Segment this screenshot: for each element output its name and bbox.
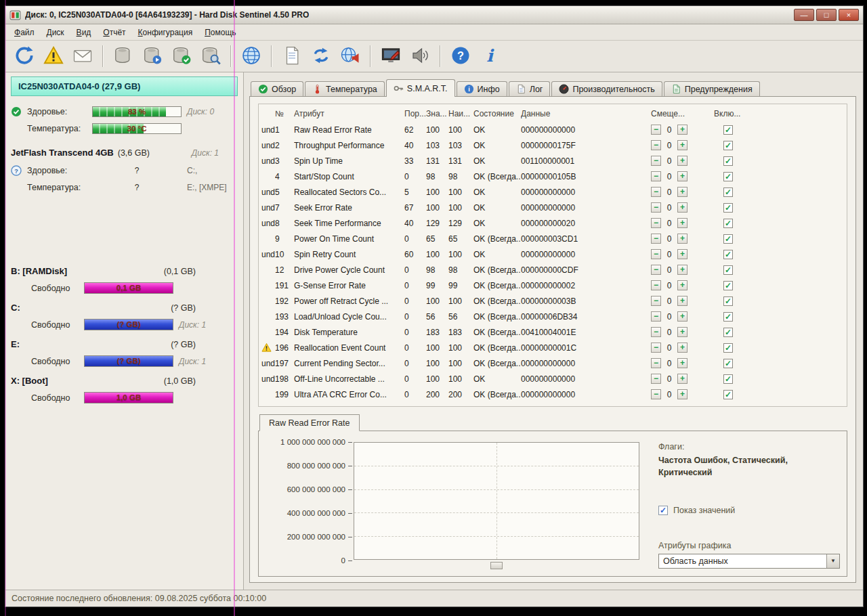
offset-plus-button[interactable]: +: [677, 296, 688, 306]
offset-spinner[interactable]: −0+: [651, 187, 714, 197]
smart-attribute-row[interactable]: 4Start/Stop Count09898OK (Всегда...00000…: [261, 169, 844, 184]
tab-info[interactable]: iИнфо: [457, 81, 507, 96]
offset-plus-button[interactable]: +: [677, 171, 688, 181]
enabled-checkbox[interactable]: ✓: [723, 343, 733, 353]
offset-minus-button[interactable]: −: [651, 156, 661, 166]
minimize-button[interactable]: —: [794, 9, 814, 21]
offset-spinner[interactable]: −0+: [651, 218, 714, 228]
offset-minus-button[interactable]: −: [651, 187, 661, 197]
menu-file[interactable]: Файл: [8, 26, 41, 39]
offset-plus-button[interactable]: +: [677, 249, 688, 259]
smart-attribute-row[interactable]: undefined8Seek Time Performance40129129O…: [261, 215, 844, 231]
toolbar-globe-button[interactable]: [238, 43, 265, 70]
smart-attribute-row[interactable]: undefined7Seek Error Rate67100100OK00000…: [261, 200, 844, 215]
offset-spinner[interactable]: −0+: [651, 265, 714, 275]
toolbar-disk-check-button[interactable]: [168, 43, 195, 70]
enabled-checkbox[interactable]: ✓: [723, 141, 733, 150]
enabled-checkbox[interactable]: ✓: [723, 172, 733, 181]
smart-attribute-row[interactable]: 191G-Sense Error Rate09999OK (Всегда...0…: [261, 278, 844, 293]
offset-minus-button[interactable]: −: [651, 280, 661, 290]
offset-spinner[interactable]: −0+: [651, 389, 714, 399]
offset-plus-button[interactable]: +: [677, 311, 688, 322]
volume-item[interactable]: C:(? GB)Свободно(? GB)Диск: 1: [11, 297, 238, 334]
offset-spinner[interactable]: −0+: [651, 327, 714, 337]
smart-attribute-row[interactable]: undefined198Off-Line Uncorrectable ...01…: [261, 371, 844, 387]
toolbar-info-button[interactable]: i: [476, 43, 503, 70]
smart-attribute-row[interactable]: 192Power off Retract Cycle ...0100100OK …: [261, 293, 844, 309]
offset-minus-button[interactable]: −: [651, 327, 661, 337]
offset-plus-button[interactable]: +: [677, 140, 688, 150]
smart-attribute-row[interactable]: 193Load/Unload Cycle Cou...05656OK (Всег…: [261, 309, 844, 324]
toolbar-disk-plain-button[interactable]: [110, 43, 137, 70]
menu-disk[interactable]: Диск: [41, 26, 70, 39]
disk0-header[interactable]: IC25N030ATDA04-0 (27,9 GB): [11, 76, 238, 96]
scrollbar-thumb[interactable]: [490, 562, 503, 569]
tab-temperature[interactable]: Температура: [305, 81, 385, 96]
show-values-checkbox[interactable]: ✓: [658, 506, 668, 515]
smart-attribute-row[interactable]: undefined5Reallocated Sectors Co...51001…: [261, 184, 844, 200]
offset-spinner[interactable]: −0+: [651, 280, 714, 290]
smart-attribute-row[interactable]: undefined10Spin Retry Count60100100OK000…: [261, 246, 844, 262]
offset-plus-button[interactable]: +: [677, 187, 688, 197]
offset-minus-button[interactable]: −: [651, 218, 661, 228]
close-button[interactable]: ×: [839, 9, 859, 21]
offset-minus-button[interactable]: −: [651, 140, 661, 150]
offset-spinner[interactable]: −0+: [651, 156, 714, 166]
offset-spinner[interactable]: −0+: [651, 296, 714, 306]
smart-attribute-row[interactable]: undefined3Spin Up Time33131131OK00110000…: [261, 153, 844, 169]
offset-plus-button[interactable]: +: [677, 202, 688, 213]
chart-scrollbar[interactable]: [354, 562, 639, 571]
offset-plus-button[interactable]: +: [677, 358, 688, 368]
offset-minus-button[interactable]: −: [651, 125, 661, 135]
offset-plus-button[interactable]: +: [677, 374, 688, 384]
offset-plus-button[interactable]: +: [677, 234, 688, 244]
volume-item[interactable]: B: [RAMDisk](0,1 GB)Свободно0,1 GB: [11, 261, 238, 297]
offset-plus-button[interactable]: +: [677, 327, 688, 337]
toolbar-help-button[interactable]: ?: [447, 43, 474, 70]
enabled-checkbox[interactable]: ✓: [723, 188, 733, 197]
volume-item[interactable]: X: [Boot](1,0 GB)Свободно1,0 GB: [11, 370, 238, 407]
offset-minus-button[interactable]: −: [651, 265, 661, 275]
enabled-checkbox[interactable]: ✓: [723, 328, 733, 337]
offset-plus-button[interactable]: +: [677, 265, 688, 275]
enabled-checkbox[interactable]: ✓: [723, 219, 733, 228]
offset-plus-button[interactable]: +: [677, 125, 688, 135]
graph-attributes-dropdown[interactable]: Область данных ▼: [658, 554, 840, 569]
disk1-header[interactable]: JetFlash Transcend 4GB (3,6 GB) Диск: 1: [11, 148, 238, 158]
enabled-checkbox[interactable]: ✓: [723, 156, 733, 166]
offset-spinner[interactable]: −0+: [651, 311, 714, 322]
enabled-checkbox[interactable]: ✓: [723, 359, 733, 368]
tab-smart[interactable]: S.M.A.R.T.: [386, 79, 455, 97]
menu-view[interactable]: Вид: [70, 26, 98, 39]
offset-plus-button[interactable]: +: [677, 156, 688, 166]
offset-spinner[interactable]: −0+: [651, 358, 714, 368]
offset-spinner[interactable]: −0+: [651, 202, 714, 213]
smart-attribute-row[interactable]: undefined2Throughput Performance40103103…: [261, 137, 844, 153]
offset-minus-button[interactable]: −: [651, 343, 661, 353]
title-bar[interactable]: Диск: 0, IC25N030ATDA04-0 [64A64193239] …: [5, 6, 863, 24]
enabled-checkbox[interactable]: ✓: [723, 281, 733, 290]
chevron-down-icon[interactable]: ▼: [826, 554, 839, 568]
offset-minus-button[interactable]: −: [651, 311, 661, 322]
offset-minus-button[interactable]: −: [651, 358, 661, 368]
offset-spinner[interactable]: −0+: [651, 374, 714, 384]
attribute-graph-tab[interactable]: Raw Read Error Rate: [259, 414, 360, 431]
offset-plus-button[interactable]: +: [677, 280, 688, 290]
offset-minus-button[interactable]: −: [651, 296, 661, 306]
smart-attribute-row[interactable]: 199Ultra ATA CRC Error Co...0200200OK (В…: [261, 387, 844, 402]
offset-plus-button[interactable]: +: [677, 218, 688, 228]
toolbar-monitor-pen-button[interactable]: [377, 43, 404, 70]
offset-minus-button[interactable]: −: [651, 249, 661, 259]
tab-performance[interactable]: Производительность: [551, 81, 662, 96]
toolbar-sync-button[interactable]: [11, 43, 38, 70]
offset-minus-button[interactable]: −: [651, 171, 661, 181]
volume-item[interactable]: E:(? GB)Свободно(? GB)Диск: 1: [11, 334, 238, 370]
menu-report[interactable]: Отчёт: [97, 26, 131, 39]
offset-spinner[interactable]: −0+: [651, 343, 714, 353]
smart-attribute-row[interactable]: 12Drive Power Cycle Count09898OK (Всегда…: [261, 262, 844, 278]
toolbar-report-button[interactable]: [278, 43, 305, 70]
smart-attribute-row[interactable]: 9Power On Time Count06565OK (Всегда...00…: [261, 231, 844, 246]
toolbar-mail-button[interactable]: [69, 43, 96, 70]
toolbar-disk-run-button[interactable]: [139, 43, 166, 70]
enabled-checkbox[interactable]: ✓: [723, 374, 733, 384]
